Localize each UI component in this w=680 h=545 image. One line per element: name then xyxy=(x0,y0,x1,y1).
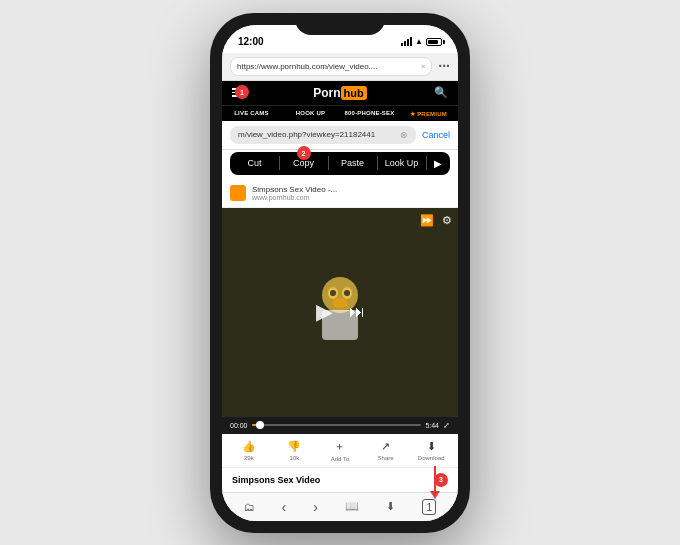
nav-phone-sex[interactable]: 800-PHONE-SEX xyxy=(340,106,399,121)
add-icon: ＋ xyxy=(334,439,345,454)
address-input-field[interactable]: m/view_video.php?viewkey=21182441 ⊗ xyxy=(230,126,416,144)
url-text: https://www.pornhub.com/view_video.... xyxy=(237,62,378,71)
share-tabs-icon[interactable]: 1 xyxy=(422,499,436,515)
current-time: 00:00 xyxy=(230,422,248,429)
browser-bottom-nav: 🗂 ‹ › 📖 ⬇ 1 xyxy=(222,492,458,521)
ph-search-icon[interactable]: 🔍 xyxy=(434,86,448,99)
search-suggestion[interactable]: Simpsons Sex Video -... www.pornhub.com xyxy=(222,179,458,208)
ctx-more-button[interactable]: ▶ xyxy=(426,152,450,175)
browser-url-bar: https://www.pornhub.com/view_video.... ×… xyxy=(222,53,458,81)
ph-header: 1 Porn hub 🔍 xyxy=(222,81,458,105)
action-bar: 👍 29k 👎 10k ＋ Add To ↗ Share ⬇ Download xyxy=(222,434,458,468)
ph-logo-hub: hub xyxy=(341,86,367,100)
like-icon: 👍 xyxy=(242,440,256,453)
video-progress-bar: 00:00 5:44 ⤢ xyxy=(222,417,458,434)
nav-premium[interactable]: ★ PREMIUM xyxy=(399,106,458,121)
suggestion-url: www.pornhub.com xyxy=(252,194,450,201)
share-label: Share xyxy=(378,455,394,461)
nav-hook-up[interactable]: HOOK UP xyxy=(281,106,340,121)
battery-icon xyxy=(426,38,442,46)
add-to-button[interactable]: ＋ Add To xyxy=(317,439,363,462)
status-time: 12:00 xyxy=(238,36,264,47)
suggestion-favicon xyxy=(230,185,246,201)
notch xyxy=(295,13,385,35)
ph-logo-porn: Porn xyxy=(313,86,340,100)
share-button[interactable]: ↗ Share xyxy=(363,440,409,461)
address-edit-bar: m/view_video.php?viewkey=21182441 ⊗ Canc… xyxy=(222,121,458,150)
svg-point-4 xyxy=(330,290,336,296)
settings-icon[interactable]: ⚙ xyxy=(442,214,452,227)
next-button[interactable]: ⏭ xyxy=(349,303,365,321)
forward-icon[interactable]: › xyxy=(313,499,318,515)
badge-2: 2 xyxy=(297,146,311,160)
address-input-text: m/view_video.php?viewkey=21182441 xyxy=(238,130,375,139)
download-button[interactable]: ⬇ Download xyxy=(408,440,454,461)
cancel-button[interactable]: Cancel xyxy=(422,130,450,140)
video-area: ⏩ ⚙ ▶ ⏭ 00:00 5:44 ⤢ xyxy=(222,208,458,434)
red-arrow xyxy=(430,466,440,499)
like-button[interactable]: 👍 29k xyxy=(226,440,272,461)
video-center-controls: ▶ ⏭ xyxy=(316,299,365,325)
progress-dot[interactable] xyxy=(256,421,264,429)
fast-forward-icon[interactable]: ⏩ xyxy=(420,214,434,227)
ctx-cut-button[interactable]: Cut xyxy=(230,152,279,174)
download-icon: ⬇ xyxy=(427,440,436,453)
dislike-count: 10k xyxy=(290,455,300,461)
like-count: 29k xyxy=(244,455,254,461)
suggestion-title: Simpsons Sex Video -... xyxy=(252,185,450,194)
status-icons: ▲ xyxy=(401,37,442,46)
url-input[interactable]: https://www.pornhub.com/view_video.... × xyxy=(230,57,432,76)
dislike-icon: 👎 xyxy=(287,440,301,453)
save-icon[interactable]: ⬇ xyxy=(386,500,395,513)
video-title-bar: Simpsons Sex Video 3 xyxy=(222,468,458,492)
share-icon: ↗ xyxy=(381,440,390,453)
total-time: 5:44 xyxy=(425,422,439,429)
bookmarks-icon[interactable]: 📖 xyxy=(345,500,359,513)
address-clear-icon[interactable]: ⊗ xyxy=(400,130,408,140)
ctx-paste-button[interactable]: Paste xyxy=(328,152,377,174)
url-close-icon[interactable]: × xyxy=(421,62,426,71)
phone-frame: 12:00 ▲ https://www.pornhub.com/view_vid… xyxy=(210,13,470,533)
svg-point-5 xyxy=(344,290,350,296)
browser-menu-button[interactable]: ··· xyxy=(438,58,450,74)
context-menu: Cut Copy 2 Paste Look Up ▶ xyxy=(230,152,450,175)
video-title: Simpsons Sex Video xyxy=(232,475,320,485)
expand-icon[interactable]: ⤢ xyxy=(443,421,450,430)
ph-nav: LIVE CAMS HOOK UP 800-PHONE-SEX ★ PREMIU… xyxy=(222,105,458,121)
ctx-copy-button[interactable]: Copy 2 xyxy=(279,152,328,174)
back-icon[interactable]: ‹ xyxy=(282,499,287,515)
add-label: Add To xyxy=(331,456,350,462)
wifi-icon: ▲ xyxy=(415,37,423,46)
ph-logo: Porn hub xyxy=(313,86,367,100)
signal-icon xyxy=(401,38,412,46)
nav-live-cams[interactable]: LIVE CAMS xyxy=(222,106,281,121)
phone-screen: 12:00 ▲ https://www.pornhub.com/view_vid… xyxy=(222,25,458,521)
dislike-button[interactable]: 👎 10k xyxy=(272,440,318,461)
badge-1: 1 xyxy=(235,85,249,99)
download-label: Download xyxy=(418,455,445,461)
ctx-lookup-button[interactable]: Look Up xyxy=(377,152,426,174)
tabs-icon[interactable]: 🗂 xyxy=(244,501,255,513)
progress-track[interactable] xyxy=(252,424,422,426)
video-content[interactable]: ⏩ ⚙ ▶ ⏭ xyxy=(222,208,458,417)
video-top-controls: ⏩ ⚙ xyxy=(420,214,452,227)
play-button[interactable]: ▶ xyxy=(316,299,333,325)
suggestion-text: Simpsons Sex Video -... www.pornhub.com xyxy=(252,185,450,201)
hamburger-menu-button[interactable]: 1 xyxy=(232,88,246,97)
